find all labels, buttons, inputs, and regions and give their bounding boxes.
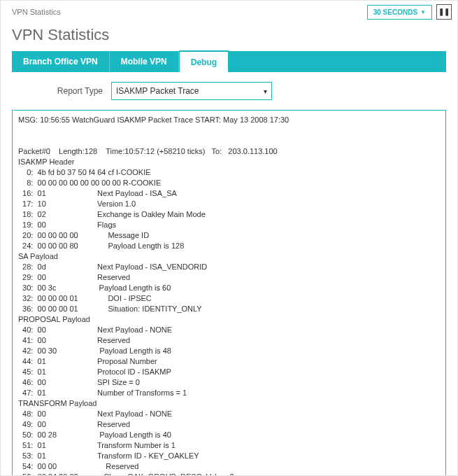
- pause-icon: ❚❚: [438, 8, 450, 15]
- caret-down-icon: ▼: [420, 9, 426, 15]
- tab-debug[interactable]: Debug: [179, 50, 229, 72]
- refresh-interval-label: 30 SECONDS: [373, 8, 417, 16]
- report-type-select-wrap[interactable]: ISAKMP Packet Trace: [111, 82, 272, 100]
- refresh-interval-button[interactable]: 30 SECONDS ▼: [367, 5, 432, 20]
- report-type-label: Report Type: [12, 86, 103, 96]
- report-type-select[interactable]: ISAKMP Packet Trace: [116, 86, 267, 96]
- tab-mobile-vpn[interactable]: Mobile VPN: [110, 51, 179, 72]
- breadcrumb: VPN Statistics: [6, 8, 363, 16]
- page-title: VPN Statistics: [1, 20, 457, 51]
- trace-output[interactable]: MSG: 10:56:55 WatchGuard ISAKMP Packet T…: [13, 111, 445, 476]
- tabbar: Branch Office VPN Mobile VPN Debug: [12, 51, 446, 72]
- pause-button[interactable]: ❚❚: [436, 4, 452, 20]
- tab-branch-office-vpn[interactable]: Branch Office VPN: [12, 51, 110, 72]
- trace-panel: MSG: 10:56:55 WatchGuard ISAKMP Packet T…: [12, 110, 446, 476]
